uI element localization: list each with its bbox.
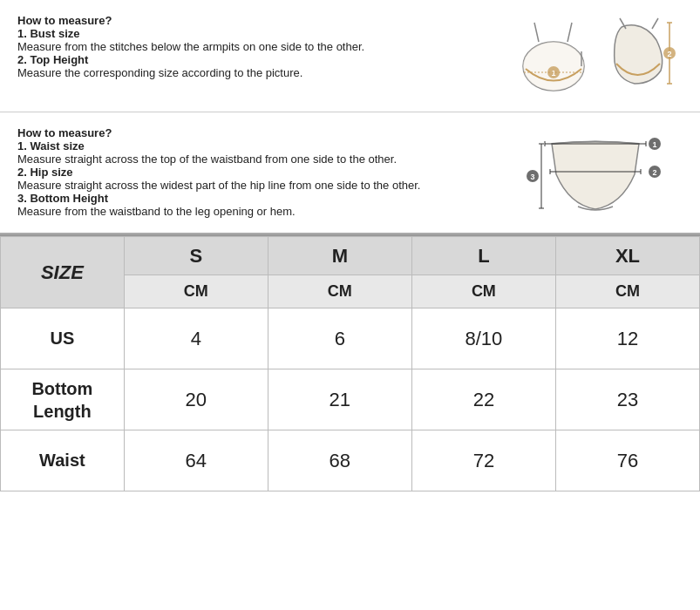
waist-s: 64 <box>124 430 268 491</box>
us-l: 8/10 <box>411 308 555 369</box>
panty-diagram-svg: 1 2 3 <box>526 126 665 222</box>
bra-diagram-area: 1 <box>508 14 683 101</box>
bottom-height-step-label: 3. Bottom Height <box>17 192 108 205</box>
svg-text:1: 1 <box>551 69 555 78</box>
unit-xl: CM <box>555 275 699 308</box>
bottom-measure-section: How to measure? 1. Waist size Measure st… <box>0 112 700 234</box>
svg-text:2: 2 <box>667 50 671 58</box>
us-label: US <box>1 308 125 369</box>
table-row-us: US 4 6 8/10 12 <box>1 308 700 369</box>
bottom-height-desc: Measure from the waistband to the leg op… <box>17 205 508 218</box>
waist-size-label: 1. Waist size <box>17 139 508 152</box>
table-header-row: SIZE S M L XL <box>1 237 700 275</box>
waist-size-desc: Measure straight across the top of the w… <box>17 152 508 166</box>
top-height-desc: Measure the corresponding size according… <box>17 66 508 79</box>
header-m: M <box>268 237 411 275</box>
size-label-cell: SIZE <box>1 237 125 308</box>
bottom-length-s: 20 <box>124 369 268 430</box>
bust-size-label: 1. Bust size <box>17 27 508 40</box>
us-m: 6 <box>268 308 411 369</box>
hip-size-desc: Measure straight across the widest part … <box>17 179 508 192</box>
header-xl: XL <box>555 237 699 275</box>
top-height-label: 2. Top Height <box>17 53 508 66</box>
us-xl: 12 <box>555 308 699 369</box>
svg-text:2: 2 <box>652 168 656 177</box>
bottom-length-l: 22 <box>411 369 555 430</box>
top-height-step-label: 2. Top Height <box>17 53 88 66</box>
top-measure-section: How to measure? 1. Bust size Measure fro… <box>0 0 700 112</box>
bottom-length-xl: 23 <box>555 369 699 430</box>
bottom-measure-title: How to measure? <box>17 126 508 139</box>
svg-line-3 <box>567 23 572 42</box>
size-table: SIZE S M L XL CM CM CM CM US 4 6 8/10 12 <box>0 236 700 491</box>
svg-text:1: 1 <box>652 140 656 149</box>
unit-m: CM <box>268 275 411 308</box>
table-row-bottom-length: Bottom Length 20 21 22 23 <box>1 369 700 430</box>
waist-l: 72 <box>411 430 555 491</box>
hip-size-step-label: 2. Hip size <box>17 166 73 179</box>
waist-size-step-label: 1. Waist size <box>17 139 85 152</box>
table-row-waist: Waist 64 68 72 76 <box>1 430 700 491</box>
svg-line-2 <box>534 23 539 42</box>
top-measure-text: How to measure? 1. Bust size Measure fro… <box>17 14 508 79</box>
waist-m: 68 <box>268 430 411 491</box>
svg-line-9 <box>652 18 658 29</box>
unit-l: CM <box>411 275 555 308</box>
bottom-height-label: 3. Bottom Height <box>17 192 508 205</box>
bottom-length-label: Bottom Length <box>1 369 125 430</box>
bust-size-desc: Measure from the stitches below the armp… <box>17 40 508 53</box>
size-table-section: SIZE S M L XL CM CM CM CM US 4 6 8/10 12 <box>0 236 700 491</box>
us-s: 4 <box>124 308 268 369</box>
panty-diagram-area: 1 2 3 <box>508 126 683 222</box>
bottom-length-m: 21 <box>268 369 411 430</box>
top-measure-title: How to measure? <box>17 14 508 27</box>
header-s: S <box>124 237 268 275</box>
svg-text:3: 3 <box>530 173 534 181</box>
waist-label: Waist <box>1 430 125 491</box>
unit-s: CM <box>124 275 268 308</box>
header-l: L <box>411 237 555 275</box>
hip-size-label: 2. Hip size <box>17 166 508 179</box>
bottom-measure-text: How to measure? 1. Waist size Measure st… <box>17 126 508 218</box>
bust-size-step-label: 1. Bust size <box>17 27 80 40</box>
bra-diagram-svg: 1 <box>508 14 683 101</box>
waist-xl: 76 <box>555 430 699 491</box>
